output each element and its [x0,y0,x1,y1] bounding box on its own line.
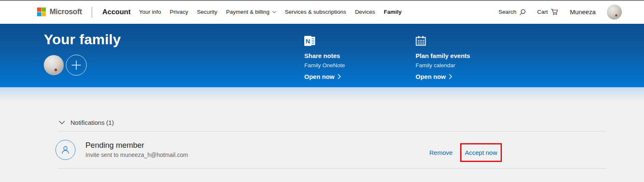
top-navigation-bar: Microsoft Account Your info Privacy Secu… [0,0,644,24]
plus-icon [70,59,82,71]
pending-member-title: Pending member [85,141,144,150]
logo-square-blue [37,12,41,16]
accept-now-link[interactable]: Accept now [465,149,497,156]
notifications-title: Notifications (1) [70,119,114,126]
search-button[interactable]: Search [499,9,526,15]
divider [58,131,606,131]
remove-link[interactable]: Remove [429,149,453,156]
nav-item-devices[interactable]: Devices [355,9,375,15]
pending-member-subtitle: Invite sent to muneeza_h@hotmail.com [85,152,188,158]
user-avatar[interactable] [607,5,622,20]
card-title: Plan family events [416,52,470,59]
onenote-icon: N [304,36,345,47]
card-subtitle: Family OneNote [304,62,345,68]
logo-square-red [37,8,41,12]
brand-separator [92,7,92,18]
microsoft-logo-icon[interactable] [37,8,46,16]
family-member-avatar[interactable] [44,55,64,75]
accept-now-highlight-box: Accept now [460,143,502,162]
plan-events-open-now-link[interactable]: Open now [416,73,470,80]
account-app-title[interactable]: Account [102,8,130,16]
chevron-right-icon [449,74,452,79]
nav-item-payment-billing[interactable]: Payment & billing [226,9,276,15]
add-family-member-button[interactable] [66,55,87,76]
calendar-icon [416,36,470,47]
pending-member-avatar [55,140,75,160]
chevron-down-icon [59,121,65,124]
user-name[interactable]: Muneeza [570,8,596,15]
share-notes-open-now-link[interactable]: Open now [304,73,345,80]
nav-item-services-subscriptions[interactable]: Services & subscriptions [285,9,346,15]
card-title: Share notes [304,52,345,59]
share-notes-card: N Share notes Family OneNote Open now [304,36,345,80]
svg-text:N: N [306,38,310,45]
notifications-section-toggle[interactable]: Notifications (1) [59,119,114,126]
logo-square-green [42,8,46,12]
nav-item-family[interactable]: Family [384,9,402,15]
divider [58,168,606,169]
your-family-page: Microsoft Account Your info Privacy Secu… [0,0,644,182]
person-icon [60,144,71,156]
logo-square-yellow [42,12,46,16]
page-title: Your family [44,31,121,48]
family-members-row [44,55,87,76]
chevron-down-icon [272,11,276,13]
microsoft-wordmark[interactable]: Microsoft [50,8,82,16]
topbar-right-group: Search Cart Muneeza [499,5,644,20]
cart-icon [551,8,559,15]
plan-family-events-card: Plan family events Family calendar Open … [416,36,470,80]
card-subtitle: Family calendar [416,62,470,68]
nav-item-security[interactable]: Security [197,9,217,15]
hero-fade-strip [0,87,644,102]
window-top-edge [0,0,644,1]
search-icon [519,9,526,15]
family-hero-banner: Your family N Share [0,24,644,87]
cart-button[interactable]: Cart [537,8,559,15]
nav-item-your-info[interactable]: Your info [139,9,161,15]
chevron-right-icon [338,74,341,79]
nav-item-privacy[interactable]: Privacy [170,9,188,15]
primary-nav: Your info Privacy Security Payment & bil… [139,9,401,15]
